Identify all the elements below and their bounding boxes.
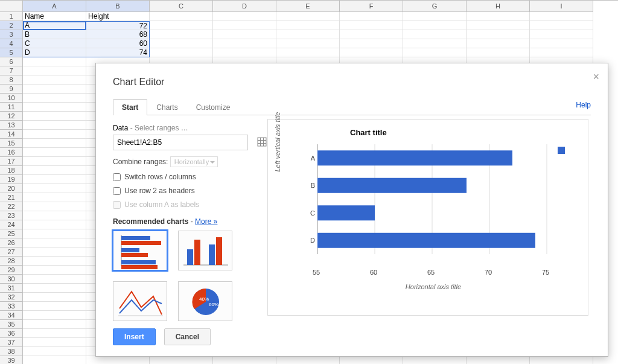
cell-E2[interactable]	[276, 21, 340, 30]
cell-A18[interactable]	[23, 166, 86, 175]
cell-G1[interactable]	[403, 12, 467, 21]
cell-A17[interactable]	[23, 157, 86, 166]
row-header-7[interactable]: 7	[0, 66, 23, 75]
cell-F4[interactable]	[340, 39, 403, 48]
cell-I3[interactable]	[530, 30, 593, 39]
cell-F5[interactable]	[340, 48, 403, 57]
cell-A30[interactable]	[23, 275, 86, 284]
recommended-chart-bar-horizontal[interactable]	[113, 231, 167, 270]
row-header-30[interactable]: 30	[0, 275, 23, 284]
cell-E4[interactable]	[276, 39, 340, 48]
row-header-6[interactable]: 6	[0, 57, 23, 66]
cell-A10[interactable]	[23, 94, 86, 103]
column-header-E[interactable]: E	[276, 1, 340, 12]
cell-B3[interactable]: 68	[86, 30, 150, 39]
row-header-21[interactable]: 21	[0, 193, 23, 202]
cell-D1[interactable]	[213, 12, 276, 21]
cell-A24[interactable]	[23, 220, 86, 229]
use-row2-headers-checkbox[interactable]: Use row 2 as headers	[113, 187, 270, 195]
cell-G4[interactable]	[403, 39, 467, 48]
cell-A31[interactable]	[23, 284, 86, 293]
cell-A20[interactable]	[23, 184, 86, 193]
cell-G3[interactable]	[403, 30, 467, 39]
tab-start[interactable]: Start	[113, 99, 147, 115]
cell-C1[interactable]	[150, 12, 213, 21]
cell-A15[interactable]	[23, 139, 86, 148]
cell-E39[interactable]	[276, 356, 340, 364]
row-header-10[interactable]: 10	[0, 94, 23, 103]
cell-H4[interactable]	[467, 39, 530, 48]
cancel-button[interactable]: Cancel	[164, 328, 211, 345]
cell-F3[interactable]	[340, 30, 403, 39]
switch-rows-cols-checkbox[interactable]: Switch rows / columns	[113, 173, 270, 181]
column-header-I[interactable]: I	[530, 1, 593, 12]
row-header-3[interactable]: 3	[0, 30, 23, 39]
row-header-36[interactable]: 36	[0, 329, 23, 338]
tab-charts[interactable]: Charts	[147, 99, 186, 115]
cell-H39[interactable]	[467, 356, 530, 364]
row-header-26[interactable]: 26	[0, 238, 23, 247]
cell-H2[interactable]	[467, 21, 530, 30]
cell-A1[interactable]: Name	[23, 12, 86, 21]
cell-A6[interactable]	[23, 57, 86, 66]
row-header-20[interactable]: 20	[0, 184, 23, 193]
recommended-chart-pie[interactable]: 40% 60%	[178, 281, 232, 321]
row-header-25[interactable]: 25	[0, 229, 23, 238]
cell-G2[interactable]	[403, 21, 467, 30]
cell-A29[interactable]	[23, 266, 86, 275]
column-header-F[interactable]: F	[340, 1, 403, 12]
cell-G39[interactable]	[403, 356, 467, 364]
grid-select-icon[interactable]	[257, 137, 267, 147]
cell-C39[interactable]	[150, 356, 213, 364]
column-header-B[interactable]: B	[86, 1, 150, 12]
row-header-1[interactable]: 1	[0, 12, 23, 21]
cell-C5[interactable]	[150, 48, 213, 57]
cell-A9[interactable]	[23, 85, 86, 94]
row-header-12[interactable]: 12	[0, 112, 23, 121]
column-header-H[interactable]: H	[467, 1, 530, 12]
cell-A12[interactable]	[23, 112, 86, 121]
select-all-corner[interactable]	[0, 1, 23, 12]
cell-A3[interactable]: B	[23, 30, 86, 39]
cell-A22[interactable]	[23, 202, 86, 211]
row-header-29[interactable]: 29	[0, 266, 23, 275]
row-header-23[interactable]: 23	[0, 211, 23, 220]
cell-E1[interactable]	[276, 12, 340, 21]
row-header-15[interactable]: 15	[0, 139, 23, 148]
cell-A32[interactable]	[23, 293, 86, 302]
column-header-A[interactable]: A	[23, 1, 86, 12]
cell-A37[interactable]	[23, 338, 86, 347]
cell-I39[interactable]	[530, 356, 593, 364]
cell-A11[interactable]	[23, 103, 86, 112]
close-icon[interactable]: ×	[593, 71, 599, 83]
cell-D39[interactable]	[213, 356, 276, 364]
cell-H3[interactable]	[467, 30, 530, 39]
row-header-32[interactable]: 32	[0, 293, 23, 302]
row-header-24[interactable]: 24	[0, 220, 23, 229]
row-header-13[interactable]: 13	[0, 121, 23, 130]
row-header-17[interactable]: 17	[0, 157, 23, 166]
row-header-18[interactable]: 18	[0, 166, 23, 175]
row-header-2[interactable]: 2	[0, 21, 23, 30]
cell-A2[interactable]: A	[23, 21, 86, 30]
row-header-28[interactable]: 28	[0, 257, 23, 266]
cell-A8[interactable]	[23, 75, 86, 85]
cell-I5[interactable]	[530, 48, 593, 57]
cell-E3[interactable]	[276, 30, 340, 39]
cell-D3[interactable]	[213, 30, 276, 39]
cell-B2[interactable]: 72	[86, 21, 150, 30]
cell-F39[interactable]	[340, 356, 403, 364]
cell-A25[interactable]	[23, 229, 86, 238]
cell-C4[interactable]	[150, 39, 213, 48]
cell-A23[interactable]	[23, 211, 86, 220]
row-header-34[interactable]: 34	[0, 311, 23, 320]
recommended-chart-line[interactable]	[113, 281, 167, 321]
cell-I1[interactable]	[530, 12, 593, 21]
cell-F1[interactable]	[340, 12, 403, 21]
cell-B5[interactable]: 74	[86, 48, 150, 57]
row-header-19[interactable]: 19	[0, 175, 23, 184]
row-header-31[interactable]: 31	[0, 284, 23, 293]
row-header-14[interactable]: 14	[0, 130, 23, 139]
row-header-4[interactable]: 4	[0, 39, 23, 48]
cell-A34[interactable]	[23, 311, 86, 320]
